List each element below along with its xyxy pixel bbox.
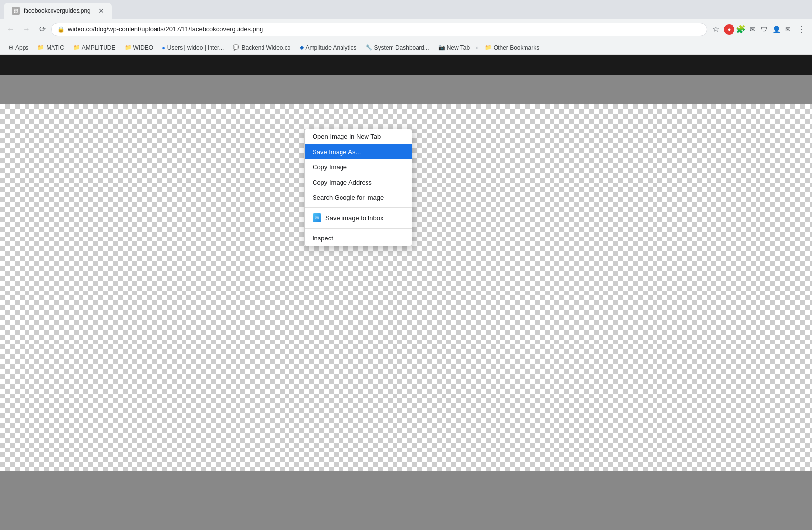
lock-icon: 🔒 — [57, 26, 65, 33]
context-menu-save-inbox[interactable]: ✉ Save image to Inbox — [305, 210, 412, 226]
save-inbox-label: Save image to Inbox — [325, 214, 384, 222]
new-tab-icon: 📷 — [438, 44, 445, 51]
inspect-label: Inspect — [313, 235, 333, 242]
ext-icon-4[interactable]: 🛡 — [759, 24, 770, 35]
bookmark-other-label: Other Bookmarks — [494, 44, 539, 51]
backend-wideo-icon: 💬 — [233, 44, 239, 51]
bookmark-amplitude-analytics-label: Amplitude Analytics — [306, 44, 357, 51]
page-content: Open Image in New Tab Save Image As... C… — [0, 55, 812, 530]
bookmark-backend-wideo[interactable]: 💬 Backend Wideo.co — [229, 43, 294, 52]
tab-close-button[interactable]: ✕ — [98, 7, 104, 15]
ext-icon-5[interactable]: 👤 — [771, 24, 782, 35]
toolbar: ← → ⟳ 🔒 wideo.co/blog/wp-content/uploads… — [0, 19, 812, 40]
tab-title: facebookcoverguides.png — [24, 7, 94, 14]
tab-bar: 🖼 facebookcoverguides.png ✕ — [0, 0, 812, 19]
gray-bar-bottom — [0, 471, 812, 530]
context-menu-divider-1 — [305, 207, 412, 208]
bookmark-users-wideo-label: Users | wideo | Inter... — [167, 44, 224, 51]
bookmark-matic-label: MATIC — [46, 44, 64, 51]
bookmark-system-dashboard-label: System Dashboard... — [374, 44, 429, 51]
bookmark-bar: ⊞ Apps 📁 MATIC 📁 AMPLITUDE 📁 WIDEO ● Use… — [0, 40, 812, 55]
black-bar — [0, 55, 812, 75]
context-menu-open-new-tab[interactable]: Open Image in New Tab — [305, 129, 412, 144]
bookmark-amplitude[interactable]: 📁 AMPLITUDE — [69, 43, 120, 52]
copy-image-address-label: Copy Image Address — [313, 179, 372, 186]
checkered-background: Open Image in New Tab Save Image As... C… — [0, 55, 812, 530]
bookmark-apps-label: Apps — [15, 44, 28, 51]
menu-button[interactable]: ⋮ — [794, 23, 808, 36]
address-bar[interactable]: 🔒 wideo.co/blog/wp-content/uploads/2017/… — [51, 23, 707, 36]
url-text: wideo.co/blog/wp-content/uploads/2017/11… — [68, 26, 701, 33]
system-dashboard-icon: 🔧 — [366, 44, 372, 51]
bookmark-matic[interactable]: 📁 MATIC — [33, 43, 68, 52]
ext-icon-1[interactable]: ● — [724, 24, 734, 35]
apps-icon: ⊞ — [9, 44, 13, 51]
context-menu-inspect[interactable]: Inspect — [305, 231, 412, 246]
context-menu: Open Image in New Tab Save Image As... C… — [304, 129, 412, 246]
folder-icon-wideo: 📁 — [125, 44, 131, 51]
context-menu-copy-image-address[interactable]: Copy Image Address — [305, 175, 412, 190]
browser-frame: 🖼 facebookcoverguides.png ✕ ← → ⟳ 🔒 wide… — [0, 0, 812, 530]
bookmark-wideo-label: WIDEO — [133, 44, 154, 51]
bookmark-new-tab-label: New Tab — [447, 44, 470, 51]
inbox-icon: ✉ — [313, 213, 321, 222]
bookmark-backend-wideo-label: Backend Wideo.co — [241, 44, 290, 51]
open-new-tab-label: Open Image in New Tab — [313, 133, 381, 140]
users-wideo-icon: ● — [162, 45, 165, 51]
ext-icon-3[interactable]: ✉ — [747, 24, 758, 35]
ext-icon-2[interactable]: 🧩 — [735, 24, 746, 35]
bookmark-users-wideo[interactable]: ● Users | wideo | Inter... — [158, 43, 228, 52]
reload-button[interactable]: ⟳ — [35, 23, 49, 36]
bookmark-system-dashboard[interactable]: 🔧 System Dashboard... — [362, 43, 433, 52]
forward-button[interactable]: → — [20, 23, 33, 36]
toolbar-right: ☆ ● 🧩 ✉ 🛡 👤 ✉ ⋮ — [709, 23, 808, 36]
save-image-as-label: Save Image As... — [313, 148, 361, 156]
active-tab[interactable]: 🖼 facebookcoverguides.png ✕ — [4, 3, 112, 19]
amplitude-analytics-icon: ◆ — [300, 44, 304, 51]
bookmark-amplitude-label: AMPLITUDE — [82, 44, 116, 51]
ext-icon-6[interactable]: ✉ — [783, 24, 793, 35]
bookmark-new-tab[interactable]: 📷 New Tab — [434, 43, 473, 52]
context-menu-divider-2 — [305, 228, 412, 229]
bookmark-apps[interactable]: ⊞ Apps — [5, 43, 32, 52]
bookmark-amplitude-analytics[interactable]: ◆ Amplitude Analytics — [296, 43, 361, 52]
other-bookmarks-icon: 📁 — [485, 44, 492, 51]
star-button[interactable]: ☆ — [709, 23, 723, 36]
tab-favicon: 🖼 — [12, 7, 20, 15]
bookmark-separator: » — [475, 44, 479, 51]
search-google-label: Search Google for Image — [313, 194, 384, 201]
context-menu-search-google[interactable]: Search Google for Image — [305, 190, 412, 205]
bookmark-other[interactable]: 📁 Other Bookmarks — [481, 43, 543, 52]
folder-icon-amplitude: 📁 — [73, 44, 80, 51]
context-menu-save-image-as[interactable]: Save Image As... — [305, 144, 412, 159]
bookmark-wideo[interactable]: 📁 WIDEO — [121, 43, 157, 52]
folder-icon-matic: 📁 — [37, 44, 44, 51]
copy-image-label: Copy Image — [313, 163, 347, 171]
context-menu-copy-image[interactable]: Copy Image — [305, 159, 412, 175]
back-button[interactable]: ← — [4, 23, 18, 36]
